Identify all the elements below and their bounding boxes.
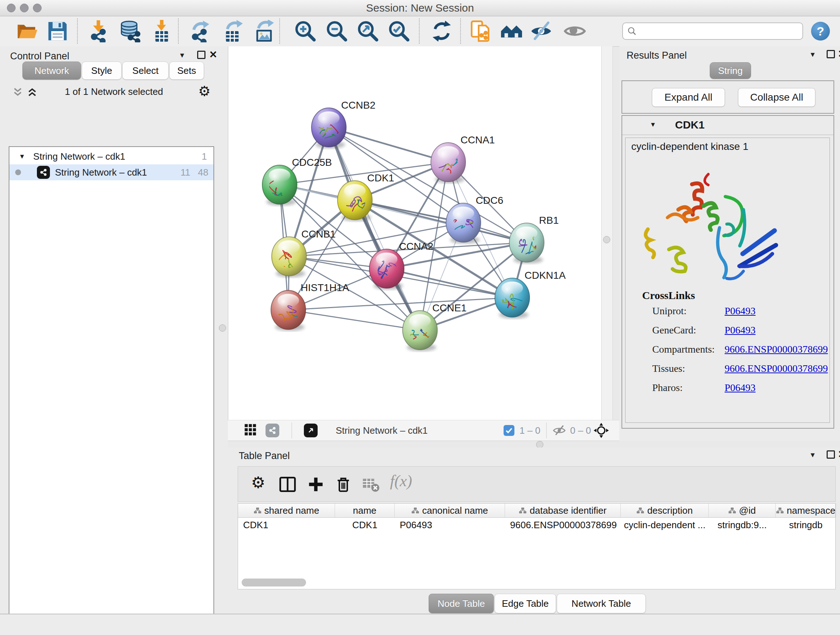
import-network-database-icon[interactable]: [118, 20, 141, 42]
hidden-eye-slash-icon[interactable]: [553, 424, 566, 438]
zoom-fit-icon[interactable]: [357, 20, 379, 42]
network-node-CCNE1[interactable]: [403, 310, 437, 351]
network-edge-CCNB2-CCNA1[interactable]: [329, 127, 448, 162]
crosslink-link[interactable]: 9606.ENSP00000378699: [725, 344, 828, 355]
delete-column-trash-icon[interactable]: [334, 475, 352, 494]
protein-section-caret-icon[interactable]: ▼: [650, 121, 656, 128]
network-node-RB1[interactable]: [509, 223, 544, 264]
table-settings-gear-icon[interactable]: ⚙: [251, 475, 265, 491]
table-splitter-handle[interactable]: [536, 441, 543, 448]
table-cell[interactable]: CDK1: [238, 518, 335, 532]
network-row-selected[interactable]: String Network – cdk1 11 48: [9, 165, 213, 180]
crosslink-link[interactable]: P06493: [725, 305, 756, 317]
tab-style[interactable]: Style: [82, 62, 122, 80]
zoom-in-icon[interactable]: [294, 20, 317, 42]
delete-table-icon[interactable]: [362, 475, 380, 494]
save-session-icon[interactable]: [46, 20, 69, 42]
table-column-icon: [728, 505, 736, 516]
network-node-CDK1[interactable]: [338, 181, 372, 221]
table-cell[interactable]: CDK1: [335, 518, 395, 532]
results-panel-close-icon[interactable]: ✕: [838, 49, 840, 59]
network-edge-CCNA2-CDKN1A[interactable]: [387, 269, 512, 298]
column-header-description[interactable]: description: [621, 504, 709, 517]
network-collection-row[interactable]: ▼ String Network – cdk1 1: [9, 149, 213, 165]
tab-edge-table[interactable]: Edge Table: [494, 594, 556, 613]
results-panel-float-icon[interactable]: [827, 50, 835, 58]
toolbar-separator: [460, 19, 461, 44]
control-panel-menu-caret-icon[interactable]: ▼: [179, 51, 186, 59]
zoom-selected-icon[interactable]: [388, 20, 410, 42]
table-panel-float-icon[interactable]: [827, 450, 835, 459]
zoom-out-icon[interactable]: [325, 20, 348, 42]
birdseye-navigator-icon[interactable]: [593, 423, 609, 440]
tab-sets[interactable]: Sets: [169, 62, 204, 80]
network-view-share-icon[interactable]: [265, 424, 279, 437]
table-panel-close-icon[interactable]: ✕: [838, 450, 840, 459]
table-cell[interactable]: P06493: [395, 518, 505, 532]
column-header-namespace[interactable]: namespace: [775, 504, 836, 517]
crosslink-link[interactable]: P06493: [725, 382, 756, 394]
function-builder-icon[interactable]: f(x): [390, 472, 412, 490]
show-all-eye-icon[interactable]: [564, 20, 586, 42]
import-network-file-icon[interactable]: [87, 20, 110, 42]
table-cell[interactable]: stringdb:9...: [709, 518, 775, 532]
network-node-CDC25B[interactable]: [262, 165, 297, 206]
first-neighbors-houses-icon[interactable]: [500, 20, 523, 42]
open-in-window-icon[interactable]: [304, 424, 317, 437]
show-columns-icon[interactable]: [279, 475, 297, 494]
grid-view-icon[interactable]: [244, 423, 257, 438]
column-header-name[interactable]: name: [335, 504, 395, 517]
column-header-database-identifier[interactable]: database identifier: [505, 504, 621, 517]
column-header-shared-name[interactable]: shared name: [238, 504, 335, 517]
network-edge-HIST1H1A-CCNE1[interactable]: [288, 310, 420, 330]
column-header--id[interactable]: @id: [709, 504, 775, 517]
search-input[interactable]: [637, 25, 802, 37]
export-network-icon[interactable]: [189, 20, 212, 42]
export-table-icon[interactable]: [222, 20, 244, 42]
tab-network[interactable]: Network: [22, 62, 81, 80]
tab-network-table[interactable]: Network Table: [557, 594, 646, 613]
control-panel-float-icon[interactable]: [197, 51, 205, 59]
collapse-all-button[interactable]: Collapse All: [738, 88, 815, 107]
expand-all-button[interactable]: Expand All: [652, 88, 725, 107]
right-splitter-handle[interactable]: [603, 236, 610, 243]
table-panel-menu-caret-icon[interactable]: ▼: [809, 451, 816, 459]
network-options-gear-icon[interactable]: ⚙: [198, 83, 210, 99]
selected-checkbox-icon[interactable]: [504, 425, 515, 436]
table-cell[interactable]: stringdb: [775, 518, 836, 532]
duplicate-network-icon[interactable]: [470, 20, 492, 42]
refresh-icon[interactable]: [431, 20, 453, 42]
table-cell[interactable]: 9606.ENSP00000378699: [505, 518, 621, 532]
collapse-all-networks-icon[interactable]: [12, 87, 23, 99]
crosslink-link[interactable]: 9606.ENSP00000378699: [725, 363, 828, 374]
network-edge-CCNB2-CCNE1[interactable]: [329, 127, 420, 330]
protein-section-header[interactable]: ▼ CDK1: [622, 116, 834, 135]
open-session-icon[interactable]: [16, 20, 39, 42]
hide-selected-eye-icon[interactable]: [530, 20, 553, 42]
export-image-icon[interactable]: [253, 20, 275, 42]
crosslink-row: GeneCard:P06493: [652, 325, 828, 336]
network-node-HIST1H1A[interactable]: [271, 290, 306, 331]
network-node-CCNA1[interactable]: [430, 143, 466, 183]
crosslink-link[interactable]: P06493: [725, 325, 756, 336]
network-edge-CDKN1A-HIST1H1A[interactable]: [288, 298, 512, 310]
left-splitter-handle[interactable]: [219, 325, 226, 332]
table-cell[interactable]: cyclin-dependent ...: [621, 518, 709, 532]
network-vertical-scrollbar[interactable]: [601, 46, 613, 420]
network-node-CDKN1A[interactable]: [495, 278, 530, 318]
control-panel-close-icon[interactable]: ✕: [209, 50, 218, 60]
import-table-icon[interactable]: [150, 20, 173, 42]
help-button[interactable]: ?: [811, 22, 830, 41]
table-hscrollbar-thumb[interactable]: [242, 578, 306, 586]
add-column-icon[interactable]: [307, 475, 325, 494]
network-canvas[interactable]: CCNB2CCNA1CDC25BCDK1CDC6RB1CCNB1CCNA2CDK…: [228, 46, 602, 420]
collection-caret-icon[interactable]: ▼: [19, 153, 25, 160]
tab-string[interactable]: String: [710, 62, 751, 79]
network-node-CCNB2[interactable]: [311, 108, 346, 149]
results-panel-menu-caret-icon[interactable]: ▼: [809, 51, 816, 59]
column-header-canonical-name[interactable]: canonical name: [395, 504, 505, 517]
network-node-CDC6[interactable]: [446, 203, 481, 244]
network-node-CCNB1[interactable]: [272, 237, 306, 277]
tab-select[interactable]: Select: [122, 62, 169, 80]
tab-node-table[interactable]: Node Table: [429, 594, 494, 613]
